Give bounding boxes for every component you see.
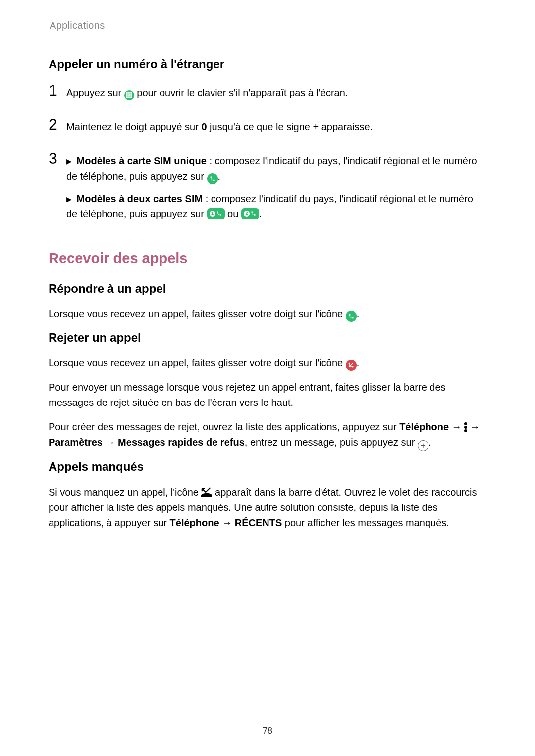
heading-call-abroad: Appeler un numéro à l'étranger — [49, 57, 486, 71]
text: Si vous manquez un appel, l'icône — [49, 487, 201, 498]
reject-icon — [346, 360, 357, 371]
section-answer: Répondre à un appel Lorsque vous recevez… — [49, 282, 486, 322]
answer-icon — [346, 311, 357, 322]
bold-text: Téléphone — [399, 421, 449, 432]
bold-text: RÉCENTS — [235, 517, 282, 528]
heading-reject: Rejeter un appel — [49, 331, 486, 345]
step-2: 2 Maintenez le doigt appuyé sur 0 jusqu'… — [49, 116, 486, 142]
heading-receive-calls: Recevoir des appels — [49, 251, 486, 267]
paragraph: Pour créer des messages de rejet, ouvrez… — [49, 419, 486, 451]
paragraph: Pour envoyer un message lorsque vous rej… — [49, 380, 486, 410]
arrow: → — [449, 421, 464, 432]
paragraph: Si vous manquez un appel, l'icône appara… — [49, 485, 486, 531]
page-number: 78 — [0, 726, 535, 736]
text: jusqu'à ce que le signe + apparaisse. — [207, 121, 373, 132]
step-number: 2 — [49, 116, 66, 132]
step-3: 3 ▶ Modèles à carte SIM unique : compose… — [49, 151, 486, 229]
missed-call-icon — [201, 486, 212, 496]
heading-answer: Répondre à un appel — [49, 282, 486, 296]
section-reject: Rejeter un appel Lorsque vous recevez un… — [49, 331, 486, 451]
triangle-bullet-icon: ▶ — [66, 195, 72, 203]
bold-text: Modèles à carte SIM unique — [77, 155, 207, 166]
text: Pour créer des messages de rejet, ouvrez… — [49, 421, 399, 432]
step-body: Maintenez le doigt appuyé sur 0 jusqu'à … — [66, 116, 486, 142]
heading-missed: Appels manqués — [49, 460, 486, 474]
bold-zero: 0 — [201, 121, 207, 132]
bold-text: Paramètres — [49, 437, 103, 448]
triangle-bullet-icon: ▶ — [66, 157, 72, 165]
more-icon — [464, 422, 467, 432]
step-body: ▶ Modèles à carte SIM unique : composez … — [66, 151, 486, 229]
sim2-call-icon — [241, 208, 259, 219]
header-divider — [24, 0, 24, 28]
header-section-label: Applications — [49, 20, 486, 31]
arrow: → — [467, 421, 480, 432]
arrow: → — [219, 517, 235, 528]
section-missed: Appels manqués Si vous manquez un appel,… — [49, 460, 486, 531]
step-number: 3 — [49, 151, 66, 166]
text: pour ouvrir le clavier s'il n'apparaît p… — [137, 87, 348, 98]
sim1-call-icon — [207, 208, 225, 219]
step-1: 1 Appuyez sur pour ouvrir le clavier s'i… — [49, 82, 486, 107]
call-icon — [207, 173, 218, 184]
text: Lorsque vous recevez un appel, faites gl… — [49, 308, 346, 319]
keypad-icon — [124, 90, 134, 100]
text: Maintenez le doigt appuyé sur — [66, 121, 201, 132]
page-header: Applications — [49, 20, 486, 30]
section-call-abroad: Appeler un numéro à l'étranger 1 Appuyez… — [49, 57, 486, 229]
paragraph: Lorsque vous recevez un appel, faites gl… — [49, 355, 486, 371]
step-number: 1 — [49, 82, 66, 98]
bold-text: Téléphone — [170, 517, 219, 528]
bold-text: Messages rapides de refus — [118, 437, 245, 448]
text: pour afficher les messages manqués. — [282, 517, 449, 528]
text: ou — [225, 208, 241, 219]
plus-circle-icon: + — [418, 440, 428, 451]
bold-text: Modèles à deux cartes SIM — [77, 193, 203, 204]
text: Lorsque vous recevez un appel, faites gl… — [49, 357, 346, 368]
text: , entrez un message, puis appuyez sur — [245, 437, 418, 448]
step-body: Appuyez sur pour ouvrir le clavier s'il … — [66, 82, 486, 107]
arrow: → — [103, 437, 118, 448]
paragraph: Lorsque vous recevez un appel, faites gl… — [49, 306, 486, 322]
text: Appuyez sur — [66, 87, 124, 98]
